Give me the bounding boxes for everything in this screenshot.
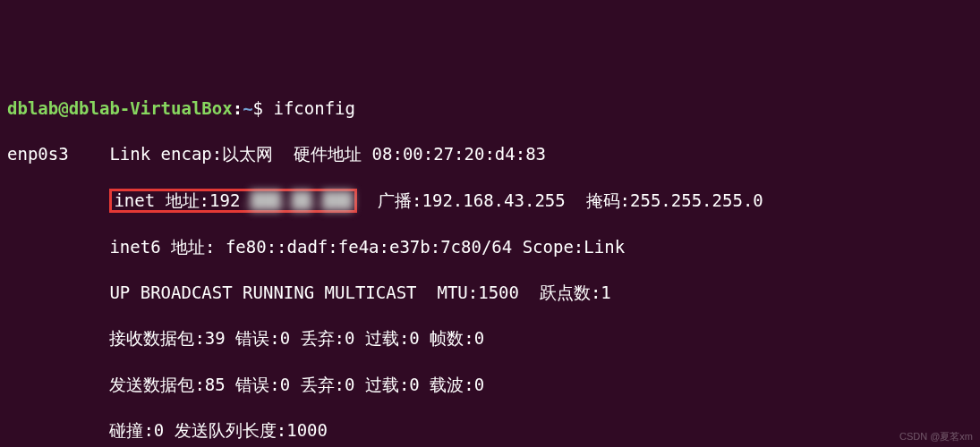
watermark: CSDN @夏茗xm bbox=[899, 430, 973, 443]
prompt-dollar: $ bbox=[253, 98, 263, 118]
enp0s3-line3: inet6 地址: fe80::dadf:fe4a:e37b:7c80/64 S… bbox=[7, 236, 973, 259]
tx-errors: 0 bbox=[280, 375, 290, 394]
overruns-label: 过载: bbox=[365, 328, 409, 348]
txqueuelen: 1000 bbox=[286, 420, 328, 440]
rx-errors: 0 bbox=[280, 328, 290, 348]
metric-label: 跃点数: bbox=[540, 283, 601, 302]
inet6-label: inet6 地址: bbox=[109, 237, 215, 257]
metric: 1 bbox=[601, 283, 610, 302]
rx-dropped: 0 bbox=[345, 328, 354, 348]
prompt-line[interactable]: dblab@dblab-VirtualBox:~$ ifconfig bbox=[7, 97, 973, 121]
link-encap-label: Link encap: bbox=[109, 144, 222, 164]
dropped-label2: 丢弃: bbox=[301, 375, 345, 394]
errors-label: 错误: bbox=[235, 328, 279, 348]
bcast: 192.168.43.255 bbox=[422, 190, 566, 210]
highlighted-inet-box: inet 地址:192.███.██.███ bbox=[109, 189, 357, 213]
mask: 255.255.255.0 bbox=[630, 190, 763, 210]
flags: UP BROADCAST RUNNING MULTICAST bbox=[109, 283, 416, 302]
inet-label: inet 地址: bbox=[114, 190, 209, 210]
rx-packets: 39 bbox=[205, 328, 226, 348]
frame-label: 帧数: bbox=[430, 328, 473, 348]
rx-frame: 0 bbox=[474, 328, 484, 348]
command-input: ifconfig bbox=[273, 98, 355, 118]
bcast-label: 广播: bbox=[378, 190, 422, 210]
enp0s3-line2: inet 地址:192.███.██.███ 广播:192.168.43.255… bbox=[7, 189, 973, 213]
txqueuelen-label: 发送队列长度: bbox=[175, 420, 286, 440]
inet-prefix: 192 bbox=[209, 190, 240, 210]
prompt-colon: : bbox=[233, 98, 243, 118]
hw-addr: 08:00:27:20:d4:83 bbox=[372, 144, 546, 164]
tx-packets: 85 bbox=[205, 375, 226, 394]
carrier-label: 载波: bbox=[430, 375, 473, 394]
inet6: fe80::dadf:fe4a:e37b:7c80/64 bbox=[226, 237, 512, 257]
overruns-label2: 过载: bbox=[365, 375, 409, 394]
collisions: 0 bbox=[154, 420, 164, 440]
dropped-label: 丢弃: bbox=[301, 328, 345, 348]
prompt-user-host: dblab@dblab-VirtualBox bbox=[7, 98, 233, 118]
prompt-path: ~ bbox=[243, 98, 252, 118]
tx-dropped: 0 bbox=[345, 375, 354, 394]
collisions-label: 碰撞: bbox=[109, 420, 153, 440]
mtu-label: MTU: bbox=[437, 283, 478, 302]
enp0s3-line6: 发送数据包:85 错误:0 丢弃:0 过载:0 载波:0 bbox=[7, 374, 973, 397]
hw-addr-label: 硬件地址 bbox=[294, 144, 362, 164]
interface-enp0s3: enp0s3 bbox=[7, 144, 69, 164]
rx-packets-label: 接收数据包: bbox=[109, 328, 204, 348]
scope: Link bbox=[584, 237, 625, 257]
mask-label: 掩码: bbox=[586, 190, 630, 210]
scope-label: Scope: bbox=[523, 237, 584, 257]
errors-label2: 错误: bbox=[235, 375, 279, 394]
inet-blurred: .███.██.███ bbox=[240, 191, 353, 210]
rx-overruns: 0 bbox=[409, 328, 419, 348]
enp0s3-line1: enp0s3 Link encap:以太网 硬件地址 08:00:27:20:d… bbox=[7, 143, 973, 166]
tx-carrier: 0 bbox=[474, 375, 484, 394]
link-encap-value: 以太网 bbox=[222, 144, 273, 164]
enp0s3-line5: 接收数据包:39 错误:0 丢弃:0 过载:0 帧数:0 bbox=[7, 327, 973, 350]
tx-packets-label: 发送数据包: bbox=[109, 375, 204, 394]
tx-overruns: 0 bbox=[409, 375, 419, 394]
enp0s3-line4: UP BROADCAST RUNNING MULTICAST MTU:1500 … bbox=[7, 282, 973, 305]
mtu: 1500 bbox=[478, 283, 519, 302]
enp0s3-line7: 碰撞:0 发送队列长度:1000 bbox=[7, 419, 973, 443]
